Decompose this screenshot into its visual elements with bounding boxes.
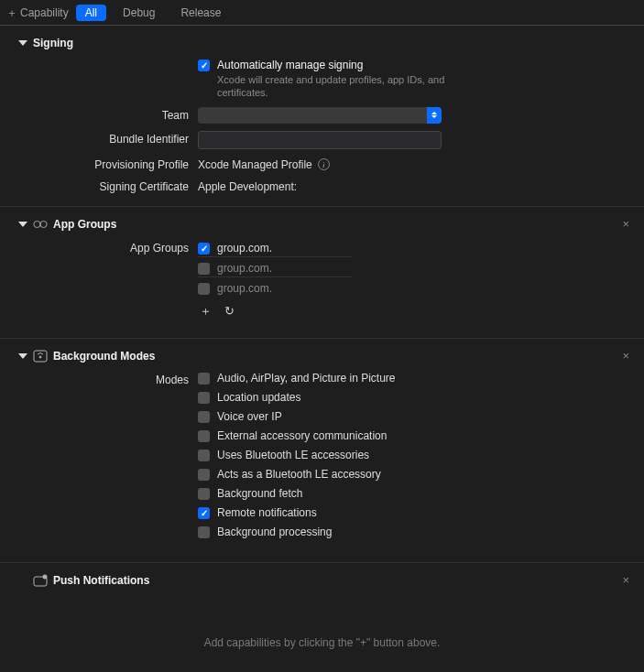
mode-label: Audio, AirPlay, and Picture in Picture [217,372,396,385]
chevron-down-icon [18,353,27,359]
toolbar: ＋ Capability All Debug Release [0,0,644,26]
mode-label: Voice over IP [217,410,282,423]
mode-label: Background fetch [217,487,302,500]
mode-item: Uses Bluetooth LE accessories [198,449,626,461]
mode-label: Location updates [217,391,300,404]
mode-checkbox[interactable] [198,392,210,404]
team-select[interactable] [198,107,442,124]
capability-label: Capability [20,6,69,19]
app-group-checkbox[interactable] [198,283,210,295]
section-header-signing[interactable]: Signing [0,37,644,49]
add-capability-button[interactable]: ＋ Capability [7,6,69,19]
svg-point-1 [40,221,47,227]
mode-item: Acts as a Bluetooth LE accessory [198,468,626,481]
section-background-modes: Background Modes × Modes Audio, AirPlay,… [0,339,644,563]
section-title-signing: Signing [33,37,73,49]
tab-debug[interactable]: Debug [114,5,164,21]
mode-checkbox[interactable] [198,450,210,461]
section-title-push-notifications: Push Notifications [53,574,149,587]
footer-hint: Add capabilities by clicking the "+" but… [0,600,644,658]
mode-checkbox[interactable] [198,526,210,538]
app-group-checkbox[interactable]: ✓ [198,243,210,255]
svg-point-0 [34,221,40,227]
app-group-item[interactable]: ✓ group.com. [198,240,352,257]
bundle-identifier-field[interactable] [198,131,442,149]
mode-label: Background processing [217,526,332,538]
signing-certificate-value: Apple Development: [198,180,297,193]
app-group-label: group.com. [217,262,272,275]
refresh-groups-button[interactable]: ↻ [223,305,235,318]
mode-label: Uses Bluetooth LE accessories [217,449,369,461]
mode-checkbox[interactable] [198,411,210,423]
auto-manage-signing-desc: Xcode will create and update profiles, a… [217,73,455,100]
svg-point-3 [39,356,41,358]
background-modes-icon [33,350,48,363]
svg-point-5 [43,574,48,579]
mode-label: Remote notifications [217,506,317,519]
mode-checkbox[interactable] [198,469,210,481]
modes-label: Modes [18,372,198,386]
provisioning-profile-value: Xcode Managed Profile [198,158,312,171]
mode-item: Location updates [198,391,626,404]
remove-background-modes-button[interactable]: × [622,349,629,363]
chevron-down-icon [18,40,27,46]
section-app-groups: App Groups × App Groups ✓ group.com. gro… [0,207,644,339]
mode-label: External accessory communication [217,429,387,442]
tab-all[interactable]: All [76,5,106,21]
team-label: Team [18,107,198,122]
section-header-push-notifications[interactable]: Push Notifications × [0,574,644,587]
mode-checkbox[interactable] [198,373,210,385]
provisioning-profile-label: Provisioning Profile [18,157,198,171]
app-group-label: group.com. [217,242,272,255]
tab-release[interactable]: Release [171,5,230,21]
push-notifications-icon [33,574,48,587]
bundle-identifier-label: Bundle Identifier [18,131,198,146]
mode-checkbox[interactable] [198,488,210,500]
app-group-item[interactable]: group.com. [198,280,352,297]
section-signing: Signing ✓ Automatically manage signing X… [0,26,644,207]
section-title-background-modes: Background Modes [53,350,155,363]
auto-manage-signing-checkbox[interactable]: ✓ [198,60,210,71]
mode-item: Audio, AirPlay, and Picture in Picture [198,372,626,385]
select-arrows-icon [427,107,442,124]
mode-item: External accessory communication [198,429,626,442]
signing-certificate-label: Signing Certificate [18,179,198,193]
app-group-item[interactable]: group.com. [198,260,352,277]
section-header-background-modes[interactable]: Background Modes × [0,350,644,363]
section-push-notifications: Push Notifications × [0,563,644,600]
content: Signing ✓ Automatically manage signing X… [0,26,644,672]
modes-list: Audio, AirPlay, and Picture in PictureLo… [198,372,626,542]
app-group-checkbox[interactable] [198,263,210,275]
remove-app-groups-button[interactable]: × [622,217,629,231]
info-icon[interactable]: i [318,158,330,170]
auto-manage-signing-label: Automatically manage signing [217,59,455,71]
app-groups-label: App Groups [18,240,198,255]
mode-item: ✓Remote notifications [198,506,626,519]
app-groups-icon [33,218,48,231]
remove-push-notifications-button[interactable]: × [622,573,629,587]
section-header-app-groups[interactable]: App Groups × [0,218,644,231]
section-title-app-groups: App Groups [53,218,116,231]
mode-label: Acts as a Bluetooth LE accessory [217,468,381,481]
mode-item: Background processing [198,526,626,538]
mode-item: Voice over IP [198,410,626,423]
plus-icon: ＋ [7,8,16,17]
chevron-down-icon [18,222,27,227]
app-group-label: group.com. [217,282,272,295]
mode-checkbox[interactable]: ✓ [198,507,210,519]
add-group-button[interactable]: ＋ [199,305,212,318]
mode-item: Background fetch [198,487,626,500]
mode-checkbox[interactable] [198,430,210,442]
